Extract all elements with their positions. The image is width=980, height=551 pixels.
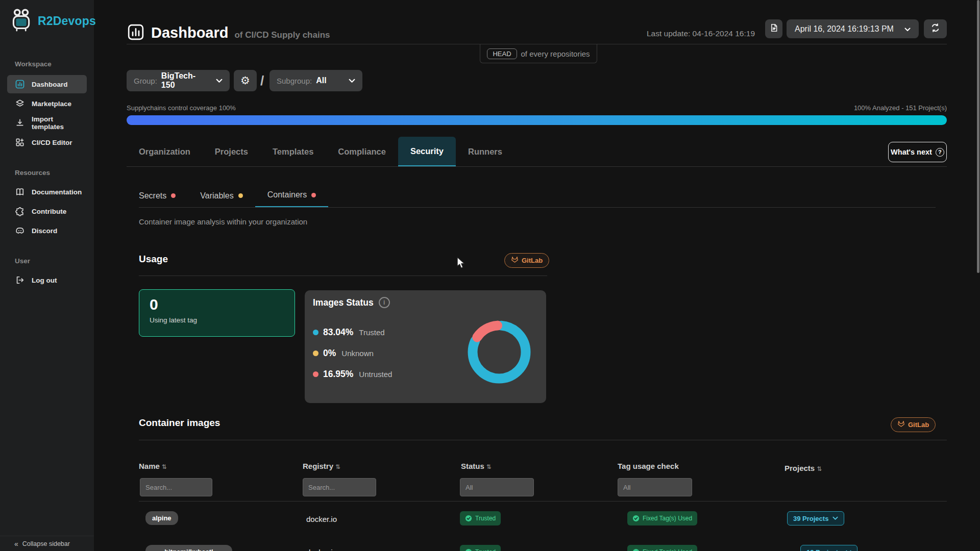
download-icon bbox=[15, 118, 25, 128]
containers-status-dot bbox=[311, 193, 316, 197]
logo[interactable]: R2Devops bbox=[0, 0, 94, 34]
usage-gitlab-badge[interactable]: GitLab bbox=[504, 253, 549, 268]
image-name-badge: bitnami/kubectl bbox=[145, 545, 232, 551]
tab-templates[interactable]: Templates bbox=[260, 137, 326, 167]
subtab-containers[interactable]: Containers bbox=[255, 184, 328, 208]
secrets-status-dot bbox=[171, 193, 176, 198]
sidebar-item-cicd-editor[interactable]: CI/CD Editor bbox=[7, 133, 87, 152]
sidebar-section-resources: Resources bbox=[0, 169, 94, 177]
sidebar-item-dashboard[interactable]: Dashboard bbox=[7, 75, 87, 93]
date-picker-dropdown[interactable]: April 16, 2024 16:19:13 PM bbox=[787, 19, 919, 38]
tab-security[interactable]: Security bbox=[398, 137, 456, 167]
tab-organization[interactable]: Organization bbox=[127, 137, 203, 167]
group-dropdown[interactable]: Group: BigTech-150 bbox=[127, 70, 230, 91]
legend-item-trusted: 83.04% Trusted bbox=[313, 322, 392, 343]
container-images-gitlab-badge[interactable]: GitLab bbox=[891, 417, 936, 432]
tag-usage-filter-select[interactable]: All bbox=[618, 478, 692, 496]
subtabs-divider bbox=[139, 207, 936, 208]
sort-icon: ⇅ bbox=[335, 463, 340, 470]
image-name-badge: alpine bbox=[145, 511, 178, 525]
tab-projects[interactable]: Projects bbox=[203, 137, 260, 167]
legend-item-unknown: 0% Unknown bbox=[313, 343, 392, 364]
page-subtitle: of CI/CD Supply chains bbox=[234, 30, 330, 40]
latest-tag-label: Using latest tag bbox=[150, 316, 284, 324]
images-status-title: Images Status bbox=[313, 297, 374, 308]
book-icon bbox=[15, 187, 25, 197]
refresh-icon bbox=[930, 22, 941, 35]
tabs-divider bbox=[127, 166, 947, 167]
images-status-card: Images Status i 83.04% Trusted 0% Unknow… bbox=[305, 290, 546, 403]
untrusted-dot bbox=[313, 371, 318, 377]
chevron-down-icon bbox=[832, 516, 838, 520]
legend-item-untrusted: 16.95% Untrusted bbox=[313, 364, 392, 385]
trusted-dot bbox=[313, 330, 318, 335]
grid-plus-icon bbox=[15, 137, 25, 147]
coverage-left-label: Supplychains control coverage 100% bbox=[127, 104, 236, 112]
images-status-legend: 83.04% Trusted 0% Unknown 16.95% Untrust… bbox=[313, 322, 392, 385]
name-search-input[interactable] bbox=[140, 478, 212, 496]
sidebar-item-logout[interactable]: Log out bbox=[7, 271, 87, 289]
chevron-down-icon bbox=[904, 24, 911, 34]
column-header-registry[interactable]: Registry⇅ bbox=[303, 462, 340, 470]
latest-tag-card[interactable]: 0 Using latest tag bbox=[139, 289, 295, 337]
registry-search-input[interactable] bbox=[303, 478, 376, 496]
info-icon[interactable]: i bbox=[379, 297, 390, 308]
registry-cell: docker.io bbox=[306, 515, 337, 523]
usage-title: Usage bbox=[139, 254, 168, 265]
sort-icon: ⇅ bbox=[817, 465, 822, 472]
main-tabs: Organization Projects Templates Complian… bbox=[127, 137, 514, 167]
dashboard-title-icon bbox=[127, 23, 145, 41]
sidebar-item-import-templates[interactable]: Import templates bbox=[7, 114, 87, 132]
last-update-text: Last update: 04-16-2024 16:19 bbox=[647, 29, 755, 38]
coverage-right-label: 100% Analyzed - 151 Project(s) bbox=[854, 104, 947, 112]
sidebar-item-contribute[interactable]: Contribute bbox=[7, 202, 87, 220]
page-title: Dashboard bbox=[151, 24, 228, 41]
projects-dropdown-button[interactable]: 12 Projects bbox=[800, 545, 857, 551]
sidebar-item-documentation[interactable]: Documentation bbox=[7, 183, 87, 201]
check-circle-icon bbox=[465, 548, 472, 551]
app-root: R2Devops Workspace Dashboard Marketplace bbox=[0, 0, 980, 551]
tag-usage-badge: Fixed Tag(s) Used bbox=[627, 511, 697, 525]
container-images-divider bbox=[139, 440, 947, 440]
subtab-secrets[interactable]: Secrets bbox=[127, 184, 188, 208]
sort-icon: ⇅ bbox=[162, 463, 167, 470]
column-header-projects[interactable]: Projects⇅ bbox=[785, 464, 822, 472]
refresh-button[interactable] bbox=[924, 19, 947, 38]
registry-cell: docker.io bbox=[306, 548, 337, 551]
unknown-dot bbox=[313, 350, 318, 356]
subgroup-dropdown[interactable]: Subgroup: All bbox=[270, 70, 362, 91]
head-ref-box: HEAD of every repositories bbox=[480, 44, 597, 63]
whats-next-button[interactable]: What's next ? bbox=[888, 142, 947, 162]
sort-icon: ⇅ bbox=[486, 463, 492, 470]
scrollbar-thumb[interactable] bbox=[977, 0, 979, 273]
tab-compliance[interactable]: Compliance bbox=[326, 137, 398, 167]
puzzle-icon bbox=[15, 206, 25, 216]
column-header-name[interactable]: Name⇅ bbox=[139, 462, 167, 470]
chevron-down-icon bbox=[349, 76, 355, 85]
collapse-chevrons-icon: « bbox=[14, 540, 18, 548]
logout-icon bbox=[15, 275, 25, 285]
status-filter-select[interactable]: All bbox=[460, 478, 534, 496]
sidebar-item-marketplace[interactable]: Marketplace bbox=[7, 94, 87, 113]
gitlab-fox-icon bbox=[897, 420, 905, 429]
table-header-divider bbox=[139, 501, 947, 502]
head-badge: HEAD bbox=[487, 48, 517, 59]
projects-dropdown-button[interactable]: 39 Projects bbox=[787, 511, 844, 525]
check-circle-icon bbox=[632, 548, 640, 551]
collapse-sidebar-button[interactable]: « Collapse sidebar bbox=[0, 536, 94, 551]
container-images-title: Container images bbox=[139, 417, 220, 429]
sidebar-item-discord[interactable]: Discord bbox=[7, 221, 87, 240]
column-header-tag-usage: Tag usage check bbox=[618, 462, 679, 470]
sidebar-section-user: User bbox=[0, 257, 94, 265]
subtab-variables[interactable]: Variables bbox=[188, 184, 255, 208]
logo-text: R2Devops bbox=[38, 14, 96, 28]
column-header-status[interactable]: Status⇅ bbox=[461, 462, 492, 470]
status-badge: Trusted bbox=[460, 511, 501, 525]
check-circle-icon bbox=[632, 515, 640, 522]
report-button[interactable] bbox=[765, 19, 782, 38]
group-settings-button[interactable]: ⚙ bbox=[234, 70, 257, 91]
tab-runners[interactable]: Runners bbox=[456, 137, 514, 167]
check-circle-icon bbox=[465, 515, 472, 522]
group-separator: / bbox=[260, 73, 264, 89]
usage-divider bbox=[139, 276, 547, 276]
